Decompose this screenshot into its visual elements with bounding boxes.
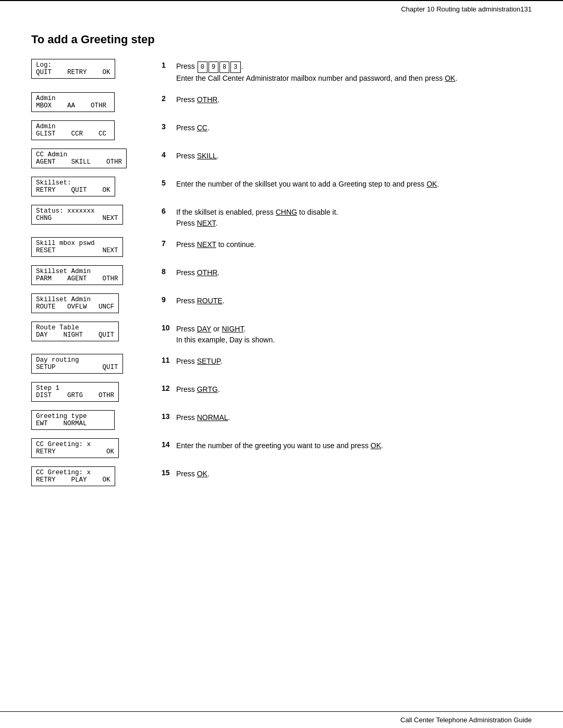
key-9: 9 bbox=[209, 61, 218, 73]
screen-box-1: Log: QUIT RETRY OK bbox=[31, 59, 115, 79]
step-row-11: Day routing SETUP QUIT 11 Press SETUP. bbox=[31, 354, 532, 374]
screen-line2-8: PARM AGENT OTHR bbox=[36, 275, 118, 282]
step-row-7: Skill mbox pswd RESET NEXT 7 Press NEXT … bbox=[31, 237, 532, 257]
screen-col-6: Status: xxxxxxx CHNG NEXT bbox=[31, 205, 151, 225]
screen-box-15: CC Greeting: x RETRY PLAY OK bbox=[31, 466, 115, 486]
instruction-col-15: 15 Press OK. bbox=[162, 466, 532, 479]
screen-box-11: Day routing SETUP QUIT bbox=[31, 354, 123, 374]
screen-box-6: Status: xxxxxxx CHNG NEXT bbox=[31, 205, 123, 225]
grtg-label-12: GRTG bbox=[197, 385, 218, 393]
screen-line2-9: ROUTE OVFLW UNCF bbox=[36, 303, 114, 311]
step-row-14: CC Greeting: x RETRY OK 14 Enter the num… bbox=[31, 438, 532, 458]
step-number-14: 14 bbox=[162, 440, 176, 449]
screen-col-4: CC Admin AGENT SKILL OTHR bbox=[31, 149, 151, 168]
instruction-col-4: 4 Press SKILL. bbox=[162, 149, 532, 162]
step-row-10: Route Table DAY NIGHT QUIT 10 Press DAY … bbox=[31, 322, 532, 346]
step-row-9: Skillset Admin ROUTE OVFLW UNCF 9 Press … bbox=[31, 293, 532, 313]
screen-line2-7: RESET NEXT bbox=[36, 247, 118, 254]
step-number-6: 6 bbox=[162, 207, 176, 215]
screen-line2-12: DIST GRTG OTHR bbox=[36, 392, 114, 399]
instruction-col-12: 12 Press GRTG. bbox=[162, 382, 532, 395]
screen-col-1: Log: QUIT RETRY OK bbox=[31, 59, 151, 79]
screen-box-2: Admin MBOX AA OTHR bbox=[31, 92, 115, 112]
step-text-15: Press OK. bbox=[176, 468, 210, 479]
step-text-5: Enter the number of the skillset you wan… bbox=[176, 179, 439, 190]
instruction-col-3: 3 Press CC. bbox=[162, 120, 532, 133]
page-title: To add a Greeting step bbox=[31, 33, 532, 46]
screen-line2-3: GLIST CCR CC bbox=[36, 130, 110, 138]
step-number-3: 3 bbox=[162, 122, 176, 131]
step-row-12: Step 1 DIST GRTG OTHR 12 Press GRTG. bbox=[31, 382, 532, 402]
screen-col-13: Greeting type EWT NORMAL bbox=[31, 410, 151, 430]
instruction-col-8: 8 Press OTHR. bbox=[162, 265, 532, 278]
screen-line1-6: Status: xxxxxxx bbox=[36, 207, 118, 215]
screen-col-3: Admin GLIST CCR CC bbox=[31, 120, 151, 140]
step-number-2: 2 bbox=[162, 94, 176, 103]
instruction-col-1: 1 Press 0983. Enter the Call Center Admi… bbox=[162, 59, 532, 84]
step-row-13: Greeting type EWT NORMAL 13 Press NORMAL… bbox=[31, 410, 532, 430]
day-label-10: DAY bbox=[197, 325, 212, 333]
step-number-12: 12 bbox=[162, 384, 176, 392]
instruction-col-6: 6 If the skillset is enabled, press CHNG… bbox=[162, 205, 532, 229]
next-label-7: NEXT bbox=[197, 240, 216, 249]
screen-box-3: Admin GLIST CCR CC bbox=[31, 120, 115, 140]
screen-col-10: Route Table DAY NIGHT QUIT bbox=[31, 322, 151, 341]
step-number-11: 11 bbox=[162, 356, 176, 364]
screen-box-10: Route Table DAY NIGHT QUIT bbox=[31, 322, 119, 341]
step-row-5: Skillset: RETRY QUIT OK 5 Enter the numb… bbox=[31, 177, 532, 196]
screen-line1-12: Step 1 bbox=[36, 385, 114, 392]
setup-label-11: SETUP bbox=[197, 357, 221, 365]
instruction-col-9: 9 Press ROUTE. bbox=[162, 293, 532, 306]
screen-line1-11: Day routing bbox=[36, 356, 118, 364]
key-8: 8 bbox=[219, 61, 229, 73]
othr-label-2: OTHR bbox=[197, 95, 218, 104]
screen-col-14: CC Greeting: x RETRY OK bbox=[31, 438, 151, 458]
step-text-13: Press NORMAL. bbox=[176, 412, 230, 423]
screen-line1-3: Admin bbox=[36, 123, 110, 130]
screen-line1-9: Skillset Admin bbox=[36, 296, 114, 303]
screen-line2-13: EWT NORMAL bbox=[36, 420, 110, 427]
instruction-col-7: 7 Press NEXT to continue. bbox=[162, 237, 532, 250]
screen-col-2: Admin MBOX AA OTHR bbox=[31, 92, 151, 112]
night-label-10: NIGHT bbox=[222, 325, 243, 333]
footer-text: Call Center Telephone Administration Gui… bbox=[400, 716, 532, 724]
screen-line1-1: Log: bbox=[36, 61, 111, 69]
screen-box-9: Skillset Admin ROUTE OVFLW UNCF bbox=[31, 293, 119, 313]
screen-line1-10: Route Table bbox=[36, 324, 114, 331]
key-0: 0 bbox=[198, 61, 207, 73]
cc-label-3: CC bbox=[197, 124, 207, 132]
screen-line1-15: CC Greeting: x bbox=[36, 469, 111, 476]
step-text-12: Press GRTG. bbox=[176, 384, 220, 395]
screen-line1-4: CC Admin bbox=[36, 151, 122, 158]
instruction-col-13: 13 Press NORMAL. bbox=[162, 410, 532, 423]
page-number: 131 bbox=[520, 5, 532, 13]
page-footer: Call Center Telephone Administration Gui… bbox=[0, 711, 563, 728]
screen-line2-6: CHNG NEXT bbox=[36, 215, 118, 222]
screen-line1-7: Skill mbox pswd bbox=[36, 240, 118, 247]
screen-box-8: Skillset Admin PARM AGENT OTHR bbox=[31, 265, 123, 285]
step-text-14: Enter the number of the greeting you wan… bbox=[176, 440, 383, 451]
screen-line2-1: QUIT RETRY OK bbox=[36, 69, 111, 76]
steps-container: Log: QUIT RETRY OK 1 Press 0983. Enter t… bbox=[31, 59, 532, 495]
ok-label-14: OK bbox=[371, 441, 381, 450]
chng-label-6: CHNG bbox=[276, 208, 297, 216]
step-text-3: Press CC. bbox=[176, 122, 210, 133]
route-label-9: ROUTE bbox=[197, 297, 223, 305]
instruction-col-11: 11 Press SETUP. bbox=[162, 354, 532, 367]
screen-line2-11: SETUP QUIT bbox=[36, 364, 118, 371]
step-text-11: Press SETUP. bbox=[176, 356, 222, 367]
ok-label-1: OK bbox=[445, 74, 455, 82]
screen-line2-4: AGENT SKILL OTHR bbox=[36, 158, 122, 166]
instruction-col-5: 5 Enter the number of the skillset you w… bbox=[162, 177, 532, 190]
screen-line2-2: MBOX AA OTHR bbox=[36, 102, 110, 109]
screen-col-11: Day routing SETUP QUIT bbox=[31, 354, 151, 374]
instruction-col-2: 2 Press OTHR. bbox=[162, 92, 532, 105]
screen-line2-14: RETRY OK bbox=[36, 448, 114, 455]
step-row-3: Admin GLIST CCR CC 3 Press CC. bbox=[31, 120, 532, 140]
step-number-5: 5 bbox=[162, 179, 176, 187]
key-3: 3 bbox=[230, 61, 240, 73]
next-label-6: NEXT bbox=[197, 219, 216, 227]
step-number-13: 13 bbox=[162, 412, 176, 421]
step-number-4: 4 bbox=[162, 151, 176, 159]
step-row-15: CC Greeting: x RETRY PLAY OK 15 Press OK… bbox=[31, 466, 532, 486]
